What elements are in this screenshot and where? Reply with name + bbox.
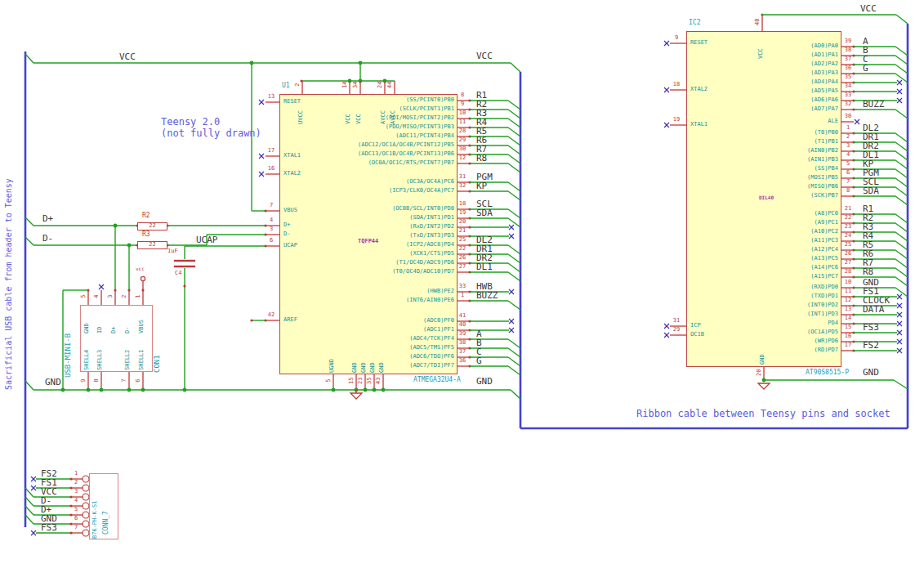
net-label[interactable]: G: [476, 356, 482, 366]
net-label[interactable]: FS3: [863, 323, 879, 333]
pin-number: 19: [456, 210, 469, 216]
no-connect-icon: [666, 89, 667, 91]
conn7-value[interactable]: B7K-PH-K-S1: [92, 476, 98, 539]
connector-pin-circle[interactable]: [83, 512, 89, 518]
connector-pin-circle[interactable]: [83, 503, 89, 509]
connector-pin-circle[interactable]: [83, 530, 89, 536]
pin-number: 43: [376, 374, 382, 387]
no-connect-icon: [666, 334, 667, 336]
pin-name: (WR)PD6: [716, 338, 838, 344]
connector-pin-circle[interactable]: [83, 476, 89, 482]
ic2-value[interactable]: AT90S8515-P: [806, 369, 849, 376]
pin-number: 35: [841, 74, 855, 80]
pin-name: (OC0B/SCL/INT0)PD0: [327, 206, 454, 212]
net-label[interactable]: DL1: [476, 262, 493, 272]
pin-name: (OC3A/OC4A)PC6: [327, 179, 454, 185]
no-connect-icon: [899, 91, 900, 92]
wire: [895, 223, 908, 232]
pin-number: 27: [456, 264, 469, 270]
wire: [895, 214, 908, 223]
pin-number: 30: [456, 146, 469, 152]
pin-name: (AD4)PA4: [716, 79, 838, 85]
pin-number: 32: [456, 183, 469, 189]
pin-number: 18: [670, 82, 683, 87]
net-label-vcc-u1[interactable]: VCC: [476, 51, 493, 61]
net-label[interactable]: SDA: [863, 186, 879, 196]
wire: [25, 217, 33, 226]
net-label-dminus[interactable]: D-: [42, 234, 53, 244]
pin-name: (HWB)PE2: [327, 289, 454, 294]
pin-number: 14: [342, 78, 348, 92]
wire: [508, 339, 520, 348]
wire: [508, 357, 520, 366]
wire: [895, 241, 908, 250]
no-connect-icon: [33, 478, 34, 480]
pin-number: 20: [757, 366, 762, 379]
junction-dot: [87, 388, 91, 392]
net-label-ucap[interactable]: UCAP: [196, 235, 218, 245]
junction-dot: [183, 388, 187, 392]
pin-name: SHELL4: [84, 338, 90, 370]
pin-name: (AD2)PA2: [716, 61, 838, 67]
pin-name: (PDI/MOSI/PCINT2)PB2: [327, 115, 454, 121]
net-label[interactable]: FS2: [863, 341, 879, 351]
no-connect-icon: [899, 100, 900, 101]
net-label[interactable]: BUZZ: [476, 291, 498, 301]
connector-pin-circle[interactable]: [83, 485, 89, 491]
pin-number: 34: [841, 83, 855, 89]
connector-pin-circle[interactable]: [83, 521, 89, 527]
net-label[interactable]: KP: [476, 181, 487, 191]
wire: [511, 390, 520, 399]
pin-name: ID: [97, 308, 103, 333]
no-connect-icon: [899, 350, 900, 351]
no-connect-icon: [666, 325, 667, 327]
net-label[interactable]: R8: [476, 154, 487, 163]
pin-end-dot: [250, 319, 252, 321]
pin-name: (RxD/INT2)PD2: [327, 224, 454, 230]
junction-dot: [382, 388, 386, 392]
pin-name: D-: [125, 308, 131, 333]
pin-number: 24: [841, 233, 855, 239]
con1-reference[interactable]: CON1: [154, 307, 161, 373]
pin-name: (XCK1/CTS)PD5: [327, 251, 454, 257]
net-label[interactable]: FS3: [41, 523, 57, 533]
conn7-reference[interactable]: CONN_7: [103, 481, 109, 535]
pin-number: 29: [670, 327, 683, 333]
pin-number: 7: [265, 203, 278, 208]
u1-reference[interactable]: U1: [282, 83, 290, 89]
pin-name: (OC1A)PD5: [716, 329, 838, 335]
pin-number: 6: [70, 516, 82, 521]
net-label-vcc-left[interactable]: VCC: [119, 52, 136, 62]
pin-number: 39: [841, 38, 855, 44]
pin-number: 42: [265, 312, 278, 318]
pin-number: 8: [841, 188, 855, 194]
con1-value[interactable]: USB-MINI-B: [65, 293, 72, 378]
net-label[interactable]: DATA: [863, 305, 885, 315]
ic2-reference[interactable]: IC2: [689, 20, 700, 26]
pin-name: (AD7)PA7: [716, 106, 838, 112]
pin-number: 37: [456, 349, 469, 355]
net-label-gnd-ic2[interactable]: GND: [863, 368, 879, 378]
net-label-gnd-left[interactable]: GND: [45, 378, 61, 387]
net-label[interactable]: SDA: [476, 208, 493, 218]
pin-name: (A15)PC7: [716, 274, 838, 280]
r2-reference[interactable]: R2: [142, 213, 150, 219]
connector-pin-circle[interactable]: [83, 494, 89, 500]
net-label[interactable]: BUZZ: [863, 100, 885, 110]
pin-name: (ADC4/TCK)PF4: [327, 336, 454, 342]
u1-value[interactable]: ATMEGA32U4-A: [413, 377, 461, 383]
pin-number: 7: [122, 374, 127, 387]
c4-reference[interactable]: C4: [175, 271, 181, 276]
net-label-dplus[interactable]: D+: [42, 214, 53, 224]
pin-number: 26: [841, 251, 855, 257]
net-label-gnd-u1[interactable]: GND: [476, 377, 493, 387]
pin-number: 7: [70, 525, 82, 530]
wire: [895, 169, 908, 178]
pin-name: (AD3)PA3: [716, 70, 838, 76]
net-label-vcc-ic2[interactable]: VCC: [860, 4, 877, 14]
no-connect-icon: [666, 124, 667, 126]
r3-reference[interactable]: R3: [142, 231, 150, 238]
pin-number: 33: [841, 92, 855, 98]
net-label[interactable]: G: [863, 64, 868, 74]
net-label[interactable]: R8: [863, 267, 873, 277]
